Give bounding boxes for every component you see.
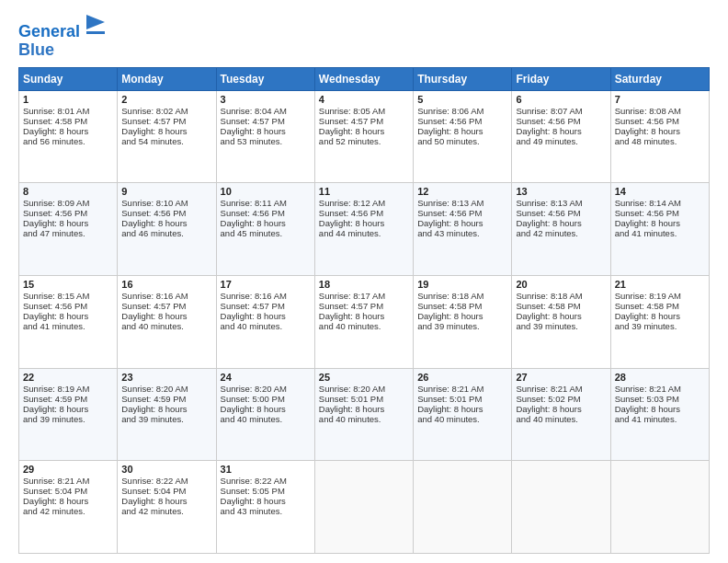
day-info-line: Daylight: 8 hours bbox=[319, 311, 409, 321]
day-info-line: Daylight: 8 hours bbox=[615, 311, 705, 321]
day-info-line: Sunset: 4:56 PM bbox=[615, 116, 705, 126]
day-info-line: Sunset: 5:00 PM bbox=[221, 394, 311, 404]
day-info-line: Daylight: 8 hours bbox=[221, 218, 311, 228]
day-info-line: Sunrise: 8:04 AM bbox=[221, 106, 311, 116]
day-info-line: Sunrise: 8:22 AM bbox=[221, 476, 311, 486]
day-number: 5 bbox=[417, 94, 507, 105]
day-info-line: Daylight: 8 hours bbox=[516, 126, 606, 136]
col-header-friday: Friday bbox=[512, 67, 610, 90]
day-number: 1 bbox=[23, 94, 113, 105]
day-number: 11 bbox=[319, 186, 409, 197]
day-info-line: Sunset: 4:57 PM bbox=[121, 116, 211, 126]
day-info-line: Sunset: 4:56 PM bbox=[221, 208, 311, 218]
col-header-wednesday: Wednesday bbox=[314, 67, 413, 90]
day-info-line: Sunset: 4:58 PM bbox=[23, 116, 113, 126]
day-info-line: Sunrise: 8:20 AM bbox=[221, 384, 311, 394]
day-number: 30 bbox=[121, 464, 211, 475]
day-info-line: Sunset: 4:59 PM bbox=[23, 394, 113, 404]
day-info-line: Sunset: 5:01 PM bbox=[319, 394, 409, 404]
day-info-line: Sunrise: 8:14 AM bbox=[615, 198, 705, 208]
day-info-line: Sunrise: 8:12 AM bbox=[319, 198, 409, 208]
day-info-line: and 42 minutes. bbox=[516, 228, 606, 238]
day-info-line: Daylight: 8 hours bbox=[221, 311, 311, 321]
day-info-line: Sunrise: 8:20 AM bbox=[121, 384, 211, 394]
day-number: 2 bbox=[121, 94, 211, 105]
day-cell: 14Sunrise: 8:14 AMSunset: 4:56 PMDayligh… bbox=[610, 183, 709, 276]
day-cell: 11Sunrise: 8:12 AMSunset: 4:56 PMDayligh… bbox=[314, 183, 413, 276]
day-info-line: Sunrise: 8:20 AM bbox=[319, 384, 409, 394]
day-number: 15 bbox=[23, 279, 113, 290]
day-number: 28 bbox=[615, 372, 705, 383]
day-cell: 8Sunrise: 8:09 AMSunset: 4:56 PMDaylight… bbox=[19, 183, 118, 276]
day-cell: 15Sunrise: 8:15 AMSunset: 4:56 PMDayligh… bbox=[19, 275, 118, 368]
day-number: 23 bbox=[121, 372, 211, 383]
day-info-line: Daylight: 8 hours bbox=[615, 218, 705, 228]
day-info-line: Sunset: 4:56 PM bbox=[417, 116, 507, 126]
day-cell bbox=[610, 461, 709, 554]
day-info-line: and 48 minutes. bbox=[615, 136, 705, 146]
day-info-line: Sunrise: 8:15 AM bbox=[23, 291, 113, 301]
day-cell: 18Sunrise: 8:17 AMSunset: 4:57 PMDayligh… bbox=[314, 275, 413, 368]
day-info-line: Sunrise: 8:22 AM bbox=[121, 476, 211, 486]
day-info-line: Daylight: 8 hours bbox=[615, 126, 705, 136]
day-info-line: and 44 minutes. bbox=[319, 228, 409, 238]
day-info-line: and 40 minutes. bbox=[516, 414, 606, 424]
day-info-line: and 47 minutes. bbox=[23, 228, 113, 238]
day-info-line: and 39 minutes. bbox=[615, 321, 705, 331]
day-info-line: and 40 minutes. bbox=[319, 414, 409, 424]
day-info-line: Sunset: 4:58 PM bbox=[615, 301, 705, 311]
day-info-line: Daylight: 8 hours bbox=[417, 126, 507, 136]
day-info-line: and 41 minutes. bbox=[615, 228, 705, 238]
day-info-line: Daylight: 8 hours bbox=[23, 218, 113, 228]
day-number: 27 bbox=[516, 372, 606, 383]
day-info-line: and 41 minutes. bbox=[615, 414, 705, 424]
day-info-line: Daylight: 8 hours bbox=[23, 404, 113, 414]
day-info-line: Daylight: 8 hours bbox=[516, 311, 606, 321]
day-cell: 6Sunrise: 8:07 AMSunset: 4:56 PMDaylight… bbox=[512, 90, 610, 183]
day-info-line: and 43 minutes. bbox=[221, 506, 311, 516]
col-header-sunday: Sunday bbox=[19, 67, 118, 90]
day-info-line: Daylight: 8 hours bbox=[23, 496, 113, 506]
week-row-5: 29Sunrise: 8:21 AMSunset: 5:04 PMDayligh… bbox=[19, 461, 710, 554]
day-number: 13 bbox=[516, 186, 606, 197]
logo-text: General bbox=[18, 15, 105, 41]
day-info-line: Sunrise: 8:02 AM bbox=[121, 106, 211, 116]
day-info-line: Sunrise: 8:11 AM bbox=[221, 198, 311, 208]
day-number: 26 bbox=[417, 372, 507, 383]
logo-icon bbox=[86, 15, 105, 37]
svg-marker-0 bbox=[86, 15, 105, 29]
day-info-line: Daylight: 8 hours bbox=[417, 404, 507, 414]
day-info-line: Sunrise: 8:19 AM bbox=[23, 384, 113, 394]
day-info-line: and 40 minutes. bbox=[417, 414, 507, 424]
day-info-line: Daylight: 8 hours bbox=[221, 126, 311, 136]
day-info-line: Sunset: 4:57 PM bbox=[221, 116, 311, 126]
day-number: 14 bbox=[615, 186, 705, 197]
day-cell: 20Sunrise: 8:18 AMSunset: 4:58 PMDayligh… bbox=[512, 275, 610, 368]
day-cell: 28Sunrise: 8:21 AMSunset: 5:03 PMDayligh… bbox=[610, 368, 709, 461]
day-cell: 9Sunrise: 8:10 AMSunset: 4:56 PMDaylight… bbox=[118, 183, 216, 276]
day-cell: 2Sunrise: 8:02 AMSunset: 4:57 PMDaylight… bbox=[118, 90, 216, 183]
day-info-line: Sunrise: 8:21 AM bbox=[516, 384, 606, 394]
day-info-line: Sunset: 4:58 PM bbox=[516, 301, 606, 311]
day-cell bbox=[512, 461, 610, 554]
day-number: 31 bbox=[221, 464, 311, 475]
day-number: 16 bbox=[121, 279, 211, 290]
day-info-line: Daylight: 8 hours bbox=[319, 218, 409, 228]
day-info-line: Sunrise: 8:16 AM bbox=[221, 291, 311, 301]
day-info-line: Sunrise: 8:13 AM bbox=[516, 198, 606, 208]
day-cell: 1Sunrise: 8:01 AMSunset: 4:58 PMDaylight… bbox=[19, 90, 118, 183]
day-info-line: and 52 minutes. bbox=[319, 136, 409, 146]
logo-general: General bbox=[18, 22, 80, 40]
day-info-line: and 40 minutes. bbox=[121, 321, 211, 331]
day-info-line: Daylight: 8 hours bbox=[615, 404, 705, 414]
day-number: 3 bbox=[221, 94, 311, 105]
day-info-line: Daylight: 8 hours bbox=[319, 404, 409, 414]
day-number: 25 bbox=[319, 372, 409, 383]
day-cell: 27Sunrise: 8:21 AMSunset: 5:02 PMDayligh… bbox=[512, 368, 610, 461]
day-number: 4 bbox=[319, 94, 409, 105]
day-info-line: and 39 minutes. bbox=[23, 414, 113, 424]
day-cell: 5Sunrise: 8:06 AMSunset: 4:56 PMDaylight… bbox=[414, 90, 512, 183]
day-number: 19 bbox=[417, 279, 507, 290]
day-cell: 22Sunrise: 8:19 AMSunset: 4:59 PMDayligh… bbox=[19, 368, 118, 461]
week-row-2: 8Sunrise: 8:09 AMSunset: 4:56 PMDaylight… bbox=[19, 183, 710, 276]
